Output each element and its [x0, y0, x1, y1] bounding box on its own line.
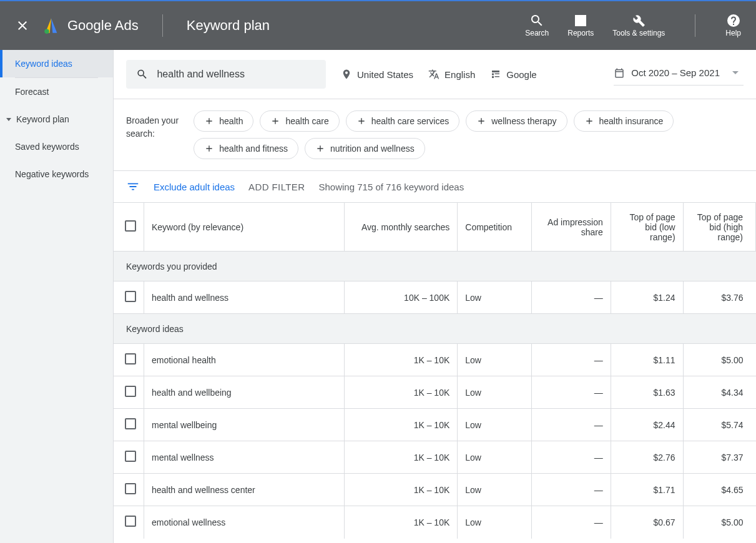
broaden-chip[interactable]: health insurance [574, 110, 674, 132]
plus-icon [204, 116, 214, 126]
cell-bid-high: $4.34 [683, 376, 755, 409]
header-search-button[interactable]: Search [525, 13, 549, 37]
broaden-chip[interactable]: health and fitness [194, 138, 298, 159]
location-selector[interactable]: United States [341, 69, 413, 80]
plus-icon [270, 116, 280, 126]
cell-competition: Low [458, 474, 531, 506]
header-divider-2 [695, 14, 695, 37]
filter-icon[interactable] [126, 180, 140, 193]
cell-bid-low: $2.44 [611, 409, 683, 441]
row-checkbox[interactable] [125, 483, 136, 494]
cell-searches: 1K – 10K [344, 344, 458, 376]
col-searches[interactable]: Avg. monthly searches [344, 203, 458, 252]
cell-bid-low: $1.24 [611, 281, 683, 314]
plus-icon [204, 144, 214, 154]
row-checkbox[interactable] [125, 353, 136, 364]
exclude-adult-link[interactable]: Exclude adult ideas [154, 182, 235, 192]
row-checkbox[interactable] [125, 451, 136, 462]
plus-icon [356, 116, 366, 126]
col-competition[interactable]: Competition [458, 203, 531, 252]
header-reports-button[interactable]: Reports [567, 13, 594, 37]
table-row: health and wellbeing1K – 10KLow—$1.63$4.… [114, 376, 756, 409]
header-help-label: Help [725, 29, 741, 37]
language-label: English [444, 69, 475, 80]
table-row: health and wellness center1K – 10KLow—$1… [114, 474, 756, 506]
showing-count: Showing 715 of 716 keyword ideas [319, 182, 464, 192]
cell-keyword: emotional health [144, 344, 345, 376]
col-impression-share[interactable]: Ad impression share [531, 203, 611, 252]
col-bid-high[interactable]: Top of page bid (high range) [683, 203, 755, 252]
keyword-search-input[interactable] [157, 69, 316, 80]
cell-keyword: emotional wellness [144, 506, 345, 539]
cell-impression: — [531, 441, 611, 474]
header-left: Google Ads Keyword plan [15, 14, 270, 37]
sidebar-item-negative-keywords[interactable]: Negative keywords [0, 160, 113, 188]
sidebar-item-label: Keyword plan [16, 114, 69, 124]
broaden-chip[interactable]: nutrition and wellness [305, 138, 425, 159]
cell-bid-low: $0.67 [611, 506, 683, 539]
table-row: mental wellness1K – 10KLow—$2.76$7.37 [114, 441, 756, 474]
cell-searches: 1K – 10K [344, 409, 458, 441]
select-all-checkbox[interactable] [125, 220, 136, 232]
cell-bid-high: $5.00 [683, 506, 755, 539]
network-selector[interactable]: Google [490, 69, 536, 80]
table-row: mental wellbeing1K – 10KLow—$2.44$5.74 [114, 409, 756, 441]
plus-icon [315, 144, 325, 154]
row-checkbox[interactable] [125, 418, 136, 429]
cell-keyword: mental wellness [144, 441, 345, 474]
col-bid-low[interactable]: Top of page bid (low range) [611, 203, 683, 252]
sidebar-item-forecast[interactable]: Forecast [0, 78, 113, 105]
cell-impression: — [531, 344, 611, 376]
row-checkbox[interactable] [125, 291, 136, 302]
cell-keyword: health and wellness center [144, 474, 345, 506]
cell-bid-high: $5.00 [683, 344, 755, 376]
cell-keyword: mental wellbeing [144, 409, 345, 441]
language-selector[interactable]: English [428, 69, 475, 80]
header-help-button[interactable]: Help [725, 13, 741, 37]
sidebar-item-saved-keywords[interactable]: Saved keywords [0, 133, 113, 160]
add-filter-button[interactable]: ADD FILTER [248, 182, 305, 192]
chip-label: health care [285, 116, 328, 126]
close-icon[interactable] [15, 18, 30, 33]
cell-bid-high: $5.74 [683, 409, 755, 441]
cell-bid-high: $3.76 [683, 281, 755, 314]
search-icon [136, 67, 148, 81]
cell-keyword: health and wellbeing [144, 376, 345, 409]
broaden-chip[interactable]: health care services [346, 110, 460, 132]
chip-label: health [219, 116, 243, 126]
chip-label: wellness therapy [491, 116, 556, 126]
sidebar-item-label: Negative keywords [15, 169, 89, 179]
app-header: Google Ads Keyword plan Search Reports T… [0, 0, 756, 50]
broaden-chips: healthhealth carehealth care serviceswel… [194, 110, 744, 159]
broaden-chip[interactable]: health care [260, 110, 339, 132]
sidebar-item-keyword-ideas[interactable]: Keyword ideas [0, 50, 113, 77]
table-header-row: Keyword (by relevance) Avg. monthly sear… [114, 203, 756, 252]
cell-searches: 1K – 10K [344, 474, 458, 506]
col-keyword[interactable]: Keyword (by relevance) [144, 203, 345, 252]
header-right: Search Reports Tools & settings Help [525, 13, 741, 37]
sidebar-item-label: Keyword ideas [15, 59, 72, 69]
cell-impression: — [531, 474, 611, 506]
row-checkbox[interactable] [125, 516, 136, 527]
header-tools-button[interactable]: Tools & settings [612, 13, 665, 37]
table-row: emotional wellness1K – 10KLow—$0.67$5.00 [114, 506, 756, 539]
sidebar-item-keyword-plan[interactable]: Keyword plan [0, 105, 113, 133]
page-title: Keyword plan [187, 17, 270, 34]
keyword-table: Keyword (by relevance) Avg. monthly sear… [114, 202, 756, 539]
chip-label: health and fitness [219, 144, 288, 154]
broaden-chip[interactable]: wellness therapy [466, 110, 567, 132]
header-tools-label: Tools & settings [612, 29, 665, 37]
broaden-chip[interactable]: health [194, 110, 253, 132]
cell-competition: Low [458, 376, 531, 409]
network-label: Google [506, 69, 536, 80]
header-divider [162, 14, 163, 37]
date-range-selector[interactable]: Oct 2020 – Sep 2021 [614, 64, 744, 86]
broaden-search-section: Broaden your search: healthhealth carehe… [114, 99, 756, 171]
date-range-label: Oct 2020 – Sep 2021 [631, 67, 720, 78]
cell-bid-high: $7.37 [683, 441, 755, 474]
cell-competition: Low [458, 441, 531, 474]
keyword-search-box[interactable] [126, 60, 326, 89]
cell-impression: — [531, 506, 611, 539]
translate-icon [428, 69, 439, 80]
row-checkbox[interactable] [125, 386, 136, 397]
